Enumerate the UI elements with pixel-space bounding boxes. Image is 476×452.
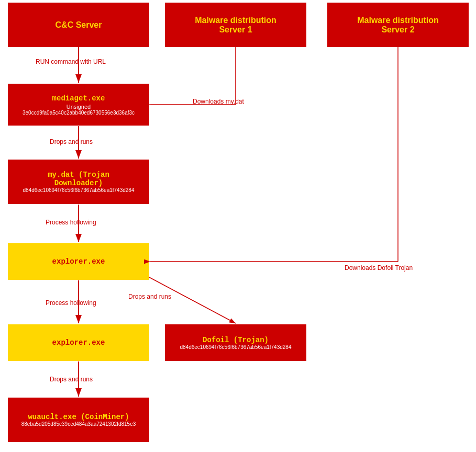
mydat-title: my.dat (Trojan Downloader): [48, 171, 109, 187]
drops-runs-2-label: Drops and runs: [128, 293, 171, 300]
explorer1-box: explorer.exe: [8, 243, 149, 280]
cnc-server-label: C&C Server: [56, 20, 102, 30]
malware-server-2-label: Malware distributionServer 2: [357, 16, 439, 35]
explorer2-title: explorer.exe: [52, 338, 105, 347]
drops-runs-3-label: Drops and runs: [50, 376, 93, 383]
svg-line-11: [149, 277, 236, 323]
explorer1-title: explorer.exe: [52, 257, 105, 266]
mediaget-subtitle: Unsigned: [67, 104, 91, 110]
downloads-mydat-label: Downloads my.dat: [193, 98, 244, 105]
run-command-label: RUN command with URL: [36, 58, 106, 65]
dofoil-box: Dofoil (Trojan) d84d6ec10694f76c56f6b736…: [165, 324, 306, 361]
mediaget-box: mediaget.exe Unsigned 3e0ccd9fa0a5c40c2a…: [8, 84, 149, 126]
mydat-hash: d84d6ec10694f76c56f6b7367ab56ea1f743d284: [23, 187, 135, 193]
dofoil-title: Dofoil (Trojan): [203, 336, 269, 344]
arrows-svg: [0, 0, 476, 452]
dofoil-hash: d84d6ec10694f76c56f6b7367ab56ea1f743d284: [180, 344, 292, 350]
wuauclt-box: wuauclt.exe (CoinMiner) 88eba5d205d85c39…: [8, 398, 149, 442]
downloads-dofoil-label: Downloads Dofoil Trojan: [345, 264, 413, 272]
malware-server-1-label: Malware distributionServer 1: [195, 16, 276, 35]
malware-server-1: Malware distributionServer 1: [165, 3, 306, 47]
mediaget-title: mediaget.exe: [52, 94, 105, 103]
process-hollowing-2-label: Process hollowing: [46, 299, 96, 307]
mediaget-hash: 3e0ccd9fa0a5c40c2abb40ed6730556e3d36af3c: [23, 110, 135, 116]
process-hollowing-1-label: Process hollowing: [46, 219, 96, 226]
diagram: C&C Server Malware distributionServer 1 …: [0, 0, 476, 452]
cnc-server: C&C Server: [8, 3, 149, 47]
mydat-box: my.dat (Trojan Downloader) d84d6ec10694f…: [8, 160, 149, 204]
explorer2-box: explorer.exe: [8, 324, 149, 361]
malware-server-2: Malware distributionServer 2: [327, 3, 469, 47]
drops-runs-1-label: Drops and runs: [50, 138, 93, 145]
wuauclt-title: wuauclt.exe (CoinMiner): [28, 413, 129, 421]
wuauclt-hash: 88eba5d205d85c39ced484a3aa7241302fd815e3: [21, 421, 136, 427]
